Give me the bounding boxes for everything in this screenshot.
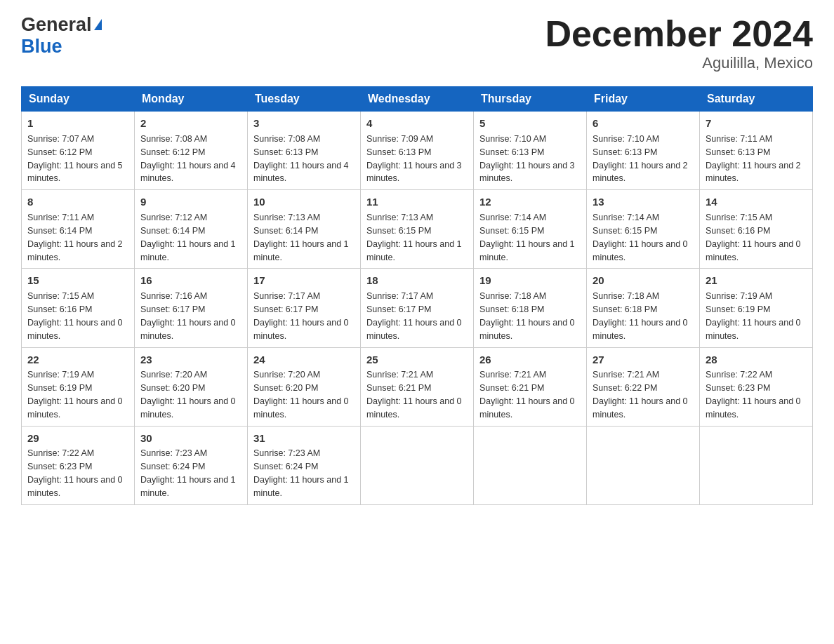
- logo: General Blue: [21, 14, 102, 58]
- day-info: Sunrise: 7:13 AMSunset: 6:15 PMDaylight:…: [366, 213, 462, 262]
- day-info: Sunrise: 7:17 AMSunset: 6:17 PMDaylight:…: [253, 291, 349, 341]
- day-info: Sunrise: 7:21 AMSunset: 6:21 PMDaylight:…: [479, 370, 575, 420]
- day-info: Sunrise: 7:15 AMSunset: 6:16 PMDaylight:…: [706, 213, 801, 262]
- day-number: 5: [479, 116, 581, 131]
- day-info: Sunrise: 7:08 AMSunset: 6:13 PMDaylight:…: [253, 134, 349, 184]
- day-number: 20: [593, 273, 694, 288]
- day-number: 22: [27, 352, 128, 368]
- day-info: Sunrise: 7:14 AMSunset: 6:15 PMDaylight:…: [479, 213, 575, 262]
- calendar-cell: 26 Sunrise: 7:21 AMSunset: 6:21 PMDaylig…: [474, 347, 587, 426]
- day-number: 13: [593, 194, 694, 210]
- calendar-cell: 3 Sunrise: 7:08 AMSunset: 6:13 PMDayligh…: [248, 112, 361, 190]
- day-number: 26: [479, 352, 581, 368]
- calendar-cell: 11 Sunrise: 7:13 AMSunset: 6:15 PMDaylig…: [361, 190, 474, 269]
- day-info: Sunrise: 7:19 AMSunset: 6:19 PMDaylight:…: [27, 370, 123, 420]
- day-info: Sunrise: 7:18 AMSunset: 6:18 PMDaylight:…: [479, 291, 575, 341]
- calendar-cell: 2 Sunrise: 7:08 AMSunset: 6:12 PMDayligh…: [135, 112, 248, 190]
- day-info: Sunrise: 7:12 AMSunset: 6:14 PMDaylight:…: [140, 213, 236, 262]
- calendar-subtitle: Aguililla, Mexico: [545, 54, 813, 72]
- day-number: 6: [593, 116, 694, 131]
- calendar-cell: 19 Sunrise: 7:18 AMSunset: 6:18 PMDaylig…: [474, 269, 587, 347]
- day-info: Sunrise: 7:20 AMSunset: 6:20 PMDaylight:…: [253, 370, 349, 420]
- header-friday: Friday: [587, 87, 700, 112]
- day-number: 1: [27, 116, 128, 131]
- day-info: Sunrise: 7:08 AMSunset: 6:12 PMDaylight:…: [140, 134, 236, 184]
- day-info: Sunrise: 7:18 AMSunset: 6:18 PMDaylight:…: [593, 291, 688, 341]
- calendar-cell: 18 Sunrise: 7:17 AMSunset: 6:17 PMDaylig…: [361, 269, 474, 347]
- day-info: Sunrise: 7:20 AMSunset: 6:20 PMDaylight:…: [140, 370, 236, 420]
- logo-arrow-icon: [94, 19, 102, 30]
- day-number: 12: [479, 194, 581, 210]
- day-number: 18: [366, 273, 468, 288]
- day-info: Sunrise: 7:07 AMSunset: 6:12 PMDaylight:…: [27, 134, 123, 184]
- page-header: General Blue December 2024 Aguililla, Me…: [21, 14, 813, 72]
- day-number: 2: [140, 116, 241, 131]
- day-info: Sunrise: 7:22 AMSunset: 6:23 PMDaylight:…: [706, 370, 801, 420]
- calendar-cell: 1 Sunrise: 7:07 AMSunset: 6:12 PMDayligh…: [22, 112, 135, 190]
- calendar-cell: 23 Sunrise: 7:20 AMSunset: 6:20 PMDaylig…: [135, 347, 248, 426]
- calendar-cell: 7 Sunrise: 7:11 AMSunset: 6:13 PMDayligh…: [700, 112, 813, 190]
- day-info: Sunrise: 7:21 AMSunset: 6:22 PMDaylight:…: [593, 370, 688, 420]
- day-info: Sunrise: 7:09 AMSunset: 6:13 PMDaylight:…: [366, 134, 462, 184]
- day-number: 16: [140, 273, 241, 288]
- header-sunday: Sunday: [22, 87, 135, 112]
- header-tuesday: Tuesday: [248, 87, 361, 112]
- calendar-table: SundayMondayTuesdayWednesdayThursdayFrid…: [21, 86, 813, 505]
- day-number: 8: [27, 194, 128, 210]
- day-number: 31: [253, 431, 355, 446]
- calendar-cell: 8 Sunrise: 7:11 AMSunset: 6:14 PMDayligh…: [22, 190, 135, 269]
- day-info: Sunrise: 7:10 AMSunset: 6:13 PMDaylight:…: [593, 134, 688, 184]
- day-number: 11: [366, 194, 468, 210]
- day-number: 25: [366, 352, 468, 368]
- day-info: Sunrise: 7:15 AMSunset: 6:16 PMDaylight:…: [27, 291, 123, 341]
- day-number: 15: [27, 273, 128, 288]
- calendar-cell: 4 Sunrise: 7:09 AMSunset: 6:13 PMDayligh…: [361, 112, 474, 190]
- day-info: Sunrise: 7:11 AMSunset: 6:14 PMDaylight:…: [27, 213, 123, 262]
- day-number: 7: [706, 116, 807, 131]
- calendar-cell: 14 Sunrise: 7:15 AMSunset: 6:16 PMDaylig…: [700, 190, 813, 269]
- calendar-cell: [700, 426, 813, 504]
- day-info: Sunrise: 7:16 AMSunset: 6:17 PMDaylight:…: [140, 291, 236, 341]
- day-number: 29: [27, 431, 128, 446]
- day-number: 10: [253, 194, 355, 210]
- calendar-cell: 21 Sunrise: 7:19 AMSunset: 6:19 PMDaylig…: [700, 269, 813, 347]
- calendar-cell: 28 Sunrise: 7:22 AMSunset: 6:23 PMDaylig…: [700, 347, 813, 426]
- day-number: 14: [706, 194, 807, 210]
- calendar-header-row: SundayMondayTuesdayWednesdayThursdayFrid…: [22, 87, 813, 112]
- week-row-5: 29 Sunrise: 7:22 AMSunset: 6:23 PMDaylig…: [22, 426, 813, 504]
- header-saturday: Saturday: [700, 87, 813, 112]
- day-info: Sunrise: 7:14 AMSunset: 6:15 PMDaylight:…: [593, 213, 688, 262]
- day-info: Sunrise: 7:21 AMSunset: 6:21 PMDaylight:…: [366, 370, 462, 420]
- day-number: 4: [366, 116, 468, 131]
- calendar-cell: [587, 426, 700, 504]
- calendar-cell: 30 Sunrise: 7:23 AMSunset: 6:24 PMDaylig…: [135, 426, 248, 504]
- day-info: Sunrise: 7:19 AMSunset: 6:19 PMDaylight:…: [706, 291, 801, 341]
- day-number: 24: [253, 352, 355, 368]
- calendar-cell: 15 Sunrise: 7:15 AMSunset: 6:16 PMDaylig…: [22, 269, 135, 347]
- calendar-cell: 27 Sunrise: 7:21 AMSunset: 6:22 PMDaylig…: [587, 347, 700, 426]
- day-number: 3: [253, 116, 355, 131]
- day-info: Sunrise: 7:23 AMSunset: 6:24 PMDaylight:…: [253, 448, 349, 498]
- logo-general-text: General: [21, 14, 92, 35]
- day-number: 17: [253, 273, 355, 288]
- calendar-cell: 12 Sunrise: 7:14 AMSunset: 6:15 PMDaylig…: [474, 190, 587, 269]
- calendar-cell: 6 Sunrise: 7:10 AMSunset: 6:13 PMDayligh…: [587, 112, 700, 190]
- day-number: 23: [140, 352, 241, 368]
- logo-blue-text: Blue: [21, 36, 102, 58]
- calendar-cell: 5 Sunrise: 7:10 AMSunset: 6:13 PMDayligh…: [474, 112, 587, 190]
- calendar-cell: 22 Sunrise: 7:19 AMSunset: 6:19 PMDaylig…: [22, 347, 135, 426]
- calendar-cell: 17 Sunrise: 7:17 AMSunset: 6:17 PMDaylig…: [248, 269, 361, 347]
- calendar-cell: 9 Sunrise: 7:12 AMSunset: 6:14 PMDayligh…: [135, 190, 248, 269]
- day-info: Sunrise: 7:23 AMSunset: 6:24 PMDaylight:…: [140, 448, 236, 498]
- calendar-cell: 13 Sunrise: 7:14 AMSunset: 6:15 PMDaylig…: [587, 190, 700, 269]
- calendar-cell: 29 Sunrise: 7:22 AMSunset: 6:23 PMDaylig…: [22, 426, 135, 504]
- day-number: 27: [593, 352, 694, 368]
- week-row-1: 1 Sunrise: 7:07 AMSunset: 6:12 PMDayligh…: [22, 112, 813, 190]
- day-info: Sunrise: 7:11 AMSunset: 6:13 PMDaylight:…: [706, 134, 801, 184]
- week-row-3: 15 Sunrise: 7:15 AMSunset: 6:16 PMDaylig…: [22, 269, 813, 347]
- day-info: Sunrise: 7:10 AMSunset: 6:13 PMDaylight:…: [479, 134, 575, 184]
- calendar-cell: 25 Sunrise: 7:21 AMSunset: 6:21 PMDaylig…: [361, 347, 474, 426]
- day-info: Sunrise: 7:17 AMSunset: 6:17 PMDaylight:…: [366, 291, 462, 341]
- calendar-cell: [361, 426, 474, 504]
- calendar-cell: 10 Sunrise: 7:13 AMSunset: 6:14 PMDaylig…: [248, 190, 361, 269]
